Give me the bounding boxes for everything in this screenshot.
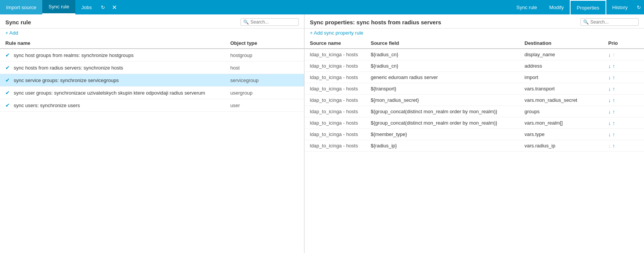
down-arrow-button[interactable]: ↓ <box>608 98 611 103</box>
src-field: ${member_type} <box>371 131 524 137</box>
prio-buttons: ↓ ↑ <box>608 120 639 126</box>
left-panel-title: Sync rule <box>5 19 31 25</box>
check-icon: ✔ <box>5 90 10 96</box>
prio-buttons: ↓ ↑ <box>608 86 639 92</box>
up-arrow-button[interactable]: ↑ <box>612 132 615 137</box>
right-search-input[interactable] <box>590 19 636 25</box>
up-arrow-button[interactable]: ↑ <box>612 143 615 149</box>
right-table-row: ldap_to_icinga - hosts ${group_concat(di… <box>304 117 644 129</box>
left-search-box[interactable]: 🔍 <box>241 18 299 26</box>
row-name: sync hosts from radius servers: synchron… <box>14 65 230 71</box>
right-table-row: ldap_to_icinga - hosts ${radius_cn} addr… <box>304 60 644 72</box>
prio-buttons: ↓ ↑ <box>608 143 639 149</box>
row-name: sync users: synchronize users <box>14 103 230 108</box>
close-button[interactable]: ✕ <box>108 0 121 14</box>
down-arrow-button[interactable]: ↓ <box>608 120 611 126</box>
right-table-row: ldap_to_icinga - hosts ${radius_ip} vars… <box>304 140 644 152</box>
tab-sync-rule-right[interactable]: Sync rule <box>510 0 543 14</box>
up-arrow-button[interactable]: ↑ <box>612 120 615 126</box>
up-arrow-button[interactable]: ↑ <box>612 52 615 57</box>
check-icon: ✔ <box>5 52 10 58</box>
table-row[interactable]: ✔ sync service groups: synchronize servi… <box>0 74 304 87</box>
src-field: ${radius_cn} <box>371 52 524 57</box>
src-name: ldap_to_icinga - hosts <box>310 74 371 80</box>
dest-field: display_name <box>524 52 608 57</box>
right-search-box[interactable]: 🔍 <box>580 18 639 26</box>
prio-buttons: ↓ ↑ <box>608 109 639 114</box>
row-name: sync service groups: synchronize service… <box>14 77 230 83</box>
main-content: Sync rule 🔍 + Add Rule name Object type … <box>0 14 644 253</box>
src-field: ${group_concat(distinct mon_realm order … <box>371 120 524 126</box>
table-row[interactable]: ✔ sync hosts from radius servers: synchr… <box>0 62 304 74</box>
add-sync-property-button[interactable]: + Add sync property rule <box>304 28 644 38</box>
col-destination: Destination <box>524 40 608 46</box>
row-name: sync host groups from realms: synchroniz… <box>14 52 230 58</box>
src-name: ldap_to_icinga - hosts <box>310 97 371 103</box>
check-icon: ✔ <box>5 77 10 83</box>
col-rule-name: Rule name <box>5 40 230 46</box>
down-arrow-button[interactable]: ↓ <box>608 143 611 149</box>
prio-buttons: ↓ ↑ <box>608 75 639 80</box>
dest-field: vars.mon_realm[] <box>524 120 608 126</box>
search-icon: 🔍 <box>583 19 589 25</box>
col-source-name: Source name <box>310 40 371 46</box>
down-arrow-button[interactable]: ↓ <box>608 132 611 137</box>
src-name: ldap_to_icinga - hosts <box>310 131 371 137</box>
down-arrow-button[interactable]: ↓ <box>608 86 611 92</box>
tab-jobs[interactable]: Jobs <box>75 0 98 14</box>
add-sync-rule-button[interactable]: + Add <box>0 28 304 38</box>
tab-sync-rule[interactable]: Sync rule <box>42 0 75 14</box>
src-field: ${mon_radius_secret} <box>371 97 524 103</box>
prio-buttons: ↓ ↑ <box>608 52 639 57</box>
row-type: servicegroup <box>230 77 299 83</box>
right-tabs-container: Sync rule Modify Properties History ↻ <box>510 0 644 14</box>
tab-modify[interactable]: Modify <box>543 0 570 14</box>
table-row[interactable]: ✔ sync user groups: synchronizace uzivat… <box>0 87 304 99</box>
tab-properties[interactable]: Properties <box>570 0 606 14</box>
src-name: ldap_to_icinga - hosts <box>310 109 371 114</box>
src-name: ldap_to_icinga - hosts <box>310 120 371 126</box>
src-name: ldap_to_icinga - hosts <box>310 63 371 69</box>
up-arrow-button[interactable]: ↑ <box>612 98 615 103</box>
down-arrow-button[interactable]: ↓ <box>608 109 611 114</box>
up-arrow-button[interactable]: ↑ <box>612 86 615 92</box>
left-search-input[interactable] <box>250 19 296 25</box>
left-panel: Sync rule 🔍 + Add Rule name Object type … <box>0 14 304 253</box>
table-row[interactable]: ✔ sync users: synchronize users user <box>0 99 304 112</box>
row-type: user <box>230 103 299 108</box>
row-name: sync user groups: synchronizace uzivatel… <box>14 90 230 96</box>
right-table-row: ldap_to_icinga - hosts generic eduroam r… <box>304 72 644 83</box>
right-table-row: ldap_to_icinga - hosts ${member_type} va… <box>304 129 644 140</box>
table-row[interactable]: ✔ sync host groups from realms: synchron… <box>0 49 304 62</box>
top-navigation: Import source Sync rule Jobs ↻ ✕ Sync ru… <box>0 0 644 14</box>
left-table-rows: ✔ sync host groups from realms: synchron… <box>0 49 304 253</box>
right-refresh-icon[interactable]: ↻ <box>634 0 644 14</box>
down-arrow-button[interactable]: ↓ <box>608 63 611 69</box>
dest-field: vars.radius_ip <box>524 143 608 149</box>
dest-field: vars.mon_radius_secret <box>524 97 608 103</box>
dest-field: groups <box>524 109 608 114</box>
search-icon: 🔍 <box>243 19 249 25</box>
row-type: host <box>230 65 299 71</box>
col-source-field: Source field <box>371 40 524 46</box>
up-arrow-button[interactable]: ↑ <box>612 63 615 69</box>
src-field: generic eduroam radius server <box>371 74 524 80</box>
dest-field: vars.type <box>524 131 608 137</box>
dest-field: vars.transport <box>524 86 608 92</box>
check-icon: ✔ <box>5 102 10 108</box>
down-arrow-button[interactable]: ↓ <box>608 52 611 57</box>
right-table-row: ldap_to_icinga - hosts ${group_concat(di… <box>304 106 644 117</box>
down-arrow-button[interactable]: ↓ <box>608 75 611 80</box>
left-refresh-icon[interactable]: ↻ <box>98 0 108 14</box>
up-arrow-button[interactable]: ↑ <box>612 109 615 114</box>
src-field: ${radius_cn} <box>371 63 524 69</box>
tab-history[interactable]: History <box>606 0 634 14</box>
left-table-header: Rule name Object type <box>0 38 304 49</box>
prio-buttons: ↓ ↑ <box>608 132 639 137</box>
left-panel-header: Sync rule 🔍 <box>0 14 304 28</box>
src-field: ${radius_ip} <box>371 143 524 149</box>
up-arrow-button[interactable]: ↑ <box>612 75 615 80</box>
dest-field: address <box>524 63 608 69</box>
tab-import-source[interactable]: Import source <box>0 0 42 14</box>
right-table-header: Source name Source field Destination Pri… <box>304 38 644 49</box>
